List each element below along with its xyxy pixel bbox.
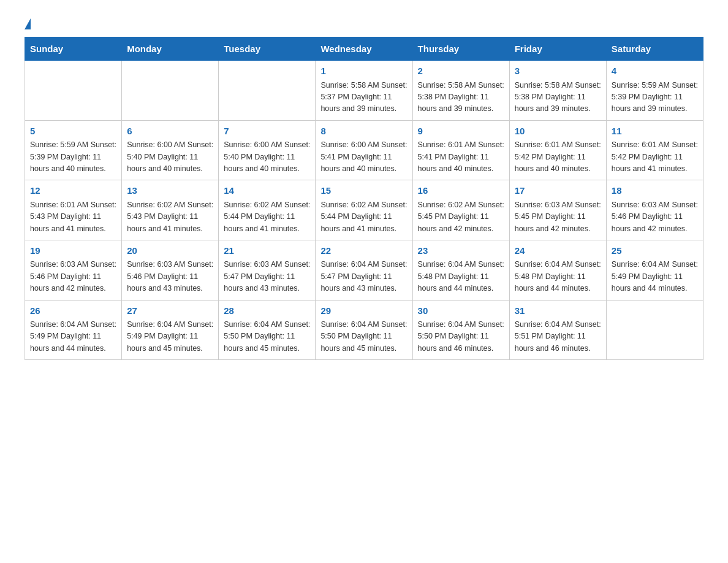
week-row-5: 26Sunrise: 6:04 AM Sunset: 5:49 PM Dayli…	[25, 300, 703, 360]
day-number: 2	[418, 64, 504, 79]
day-header-monday: Monday	[122, 37, 219, 61]
day-header-saturday: Saturday	[606, 37, 703, 61]
day-info: Sunrise: 6:01 AM Sunset: 5:42 PM Dayligh…	[612, 139, 698, 175]
day-header-tuesday: Tuesday	[219, 37, 316, 61]
day-number: 22	[320, 244, 407, 258]
day-info: Sunrise: 5:59 AM Sunset: 5:39 PM Dayligh…	[30, 139, 116, 175]
week-row-1: 1Sunrise: 5:58 AM Sunset: 5:37 PM Daylig…	[25, 61, 703, 121]
calendar-cell: 30Sunrise: 6:04 AM Sunset: 5:50 PM Dayli…	[412, 300, 509, 360]
day-number: 19	[30, 244, 116, 258]
day-number: 11	[612, 124, 698, 139]
calendar-cell: 8Sunrise: 6:00 AM Sunset: 5:41 PM Daylig…	[316, 120, 412, 180]
day-info: Sunrise: 6:03 AM Sunset: 5:46 PM Dayligh…	[127, 259, 213, 294]
day-info: Sunrise: 6:04 AM Sunset: 5:51 PM Dayligh…	[515, 319, 601, 354]
calendar-cell: 15Sunrise: 6:02 AM Sunset: 5:44 PM Dayli…	[316, 180, 412, 240]
calendar-cell	[122, 61, 219, 121]
day-number: 31	[515, 304, 601, 318]
day-info: Sunrise: 6:04 AM Sunset: 5:49 PM Dayligh…	[127, 319, 213, 354]
calendar-cell: 7Sunrise: 6:00 AM Sunset: 5:40 PM Daylig…	[219, 120, 316, 180]
calendar-cell: 28Sunrise: 6:04 AM Sunset: 5:50 PM Dayli…	[219, 300, 316, 360]
day-info: Sunrise: 6:01 AM Sunset: 5:42 PM Dayligh…	[515, 139, 601, 175]
calendar-cell: 18Sunrise: 6:03 AM Sunset: 5:46 PM Dayli…	[606, 180, 703, 240]
calendar-cell: 2Sunrise: 5:58 AM Sunset: 5:38 PM Daylig…	[412, 61, 509, 121]
day-number: 3	[515, 64, 601, 79]
day-number: 12	[30, 184, 116, 198]
day-info: Sunrise: 6:03 AM Sunset: 5:46 PM Dayligh…	[30, 259, 116, 294]
day-info: Sunrise: 6:00 AM Sunset: 5:41 PM Dayligh…	[320, 139, 407, 175]
day-header-sunday: Sunday	[25, 37, 122, 61]
calendar-cell: 16Sunrise: 6:02 AM Sunset: 5:45 PM Dayli…	[412, 180, 509, 240]
calendar-cell: 5Sunrise: 5:59 AM Sunset: 5:39 PM Daylig…	[25, 120, 122, 180]
calendar-cell: 11Sunrise: 6:01 AM Sunset: 5:42 PM Dayli…	[606, 120, 703, 180]
day-info: Sunrise: 6:04 AM Sunset: 5:49 PM Dayligh…	[612, 259, 698, 294]
day-number: 25	[612, 244, 698, 258]
day-number: 28	[224, 304, 310, 318]
calendar-cell: 27Sunrise: 6:04 AM Sunset: 5:49 PM Dayli…	[122, 300, 219, 360]
day-header-wednesday: Wednesday	[316, 37, 412, 61]
calendar-cell: 20Sunrise: 6:03 AM Sunset: 5:46 PM Dayli…	[122, 240, 219, 300]
day-number: 16	[418, 184, 504, 198]
calendar-cell	[25, 61, 122, 121]
header	[25, 18, 703, 31]
day-info: Sunrise: 6:03 AM Sunset: 5:47 PM Dayligh…	[224, 259, 310, 294]
day-number: 20	[127, 244, 213, 258]
day-number: 13	[127, 184, 213, 198]
day-number: 26	[30, 304, 116, 318]
day-info: Sunrise: 6:04 AM Sunset: 5:50 PM Dayligh…	[320, 319, 407, 354]
day-info: Sunrise: 6:04 AM Sunset: 5:49 PM Dayligh…	[30, 319, 116, 354]
day-header-friday: Friday	[509, 37, 606, 61]
day-number: 23	[418, 244, 504, 258]
day-info: Sunrise: 6:01 AM Sunset: 5:43 PM Dayligh…	[30, 199, 116, 235]
day-number: 17	[515, 184, 601, 198]
day-number: 1	[320, 64, 407, 79]
day-number: 5	[30, 124, 116, 139]
day-number: 8	[320, 124, 407, 139]
calendar-cell: 6Sunrise: 6:00 AM Sunset: 5:40 PM Daylig…	[122, 120, 219, 180]
day-number: 21	[224, 244, 310, 258]
logo-triangle-icon	[25, 18, 31, 29]
day-number: 29	[320, 304, 407, 318]
week-row-4: 19Sunrise: 6:03 AM Sunset: 5:46 PM Dayli…	[25, 240, 703, 300]
calendar-cell: 19Sunrise: 6:03 AM Sunset: 5:46 PM Dayli…	[25, 240, 122, 300]
day-info: Sunrise: 6:02 AM Sunset: 5:44 PM Dayligh…	[224, 199, 310, 235]
day-info: Sunrise: 6:01 AM Sunset: 5:41 PM Dayligh…	[418, 139, 504, 175]
day-number: 4	[612, 64, 698, 79]
calendar-cell: 14Sunrise: 6:02 AM Sunset: 5:44 PM Dayli…	[219, 180, 316, 240]
day-info: Sunrise: 6:02 AM Sunset: 5:44 PM Dayligh…	[320, 199, 407, 235]
calendar-cell: 29Sunrise: 6:04 AM Sunset: 5:50 PM Dayli…	[316, 300, 412, 360]
day-info: Sunrise: 6:03 AM Sunset: 5:46 PM Dayligh…	[612, 199, 698, 235]
day-info: Sunrise: 5:58 AM Sunset: 5:37 PM Dayligh…	[320, 80, 407, 115]
week-row-3: 12Sunrise: 6:01 AM Sunset: 5:43 PM Dayli…	[25, 180, 703, 240]
day-info: Sunrise: 6:04 AM Sunset: 5:48 PM Dayligh…	[515, 259, 601, 294]
day-number: 30	[418, 304, 504, 318]
day-number: 15	[320, 184, 407, 198]
calendar-cell: 12Sunrise: 6:01 AM Sunset: 5:43 PM Dayli…	[25, 180, 122, 240]
day-number: 9	[418, 124, 504, 139]
day-number: 7	[224, 124, 310, 139]
day-info: Sunrise: 6:00 AM Sunset: 5:40 PM Dayligh…	[127, 139, 213, 175]
week-row-2: 5Sunrise: 5:59 AM Sunset: 5:39 PM Daylig…	[25, 120, 703, 180]
days-header-row: SundayMondayTuesdayWednesdayThursdayFrid…	[25, 37, 703, 61]
logo	[25, 18, 33, 31]
day-info: Sunrise: 6:04 AM Sunset: 5:48 PM Dayligh…	[418, 259, 504, 294]
calendar-cell: 21Sunrise: 6:03 AM Sunset: 5:47 PM Dayli…	[219, 240, 316, 300]
calendar-cell: 26Sunrise: 6:04 AM Sunset: 5:49 PM Dayli…	[25, 300, 122, 360]
calendar-cell: 23Sunrise: 6:04 AM Sunset: 5:48 PM Dayli…	[412, 240, 509, 300]
day-header-thursday: Thursday	[412, 37, 509, 61]
calendar-cell: 4Sunrise: 5:59 AM Sunset: 5:39 PM Daylig…	[606, 61, 703, 121]
calendar-cell: 9Sunrise: 6:01 AM Sunset: 5:41 PM Daylig…	[412, 120, 509, 180]
day-number: 10	[515, 124, 601, 139]
day-info: Sunrise: 6:04 AM Sunset: 5:50 PM Dayligh…	[418, 319, 504, 354]
day-info: Sunrise: 5:59 AM Sunset: 5:39 PM Dayligh…	[612, 80, 698, 115]
day-info: Sunrise: 6:00 AM Sunset: 5:40 PM Dayligh…	[224, 139, 310, 175]
day-info: Sunrise: 6:04 AM Sunset: 5:47 PM Dayligh…	[320, 259, 407, 294]
day-info: Sunrise: 6:03 AM Sunset: 5:45 PM Dayligh…	[515, 199, 601, 235]
day-info: Sunrise: 5:58 AM Sunset: 5:38 PM Dayligh…	[418, 80, 504, 115]
day-number: 24	[515, 244, 601, 258]
calendar-cell: 17Sunrise: 6:03 AM Sunset: 5:45 PM Dayli…	[509, 180, 606, 240]
day-number: 6	[127, 124, 213, 139]
calendar-table: SundayMondayTuesdayWednesdayThursdayFrid…	[25, 37, 703, 360]
day-info: Sunrise: 6:02 AM Sunset: 5:43 PM Dayligh…	[127, 199, 213, 235]
day-number: 27	[127, 304, 213, 318]
day-info: Sunrise: 6:04 AM Sunset: 5:50 PM Dayligh…	[224, 319, 310, 354]
